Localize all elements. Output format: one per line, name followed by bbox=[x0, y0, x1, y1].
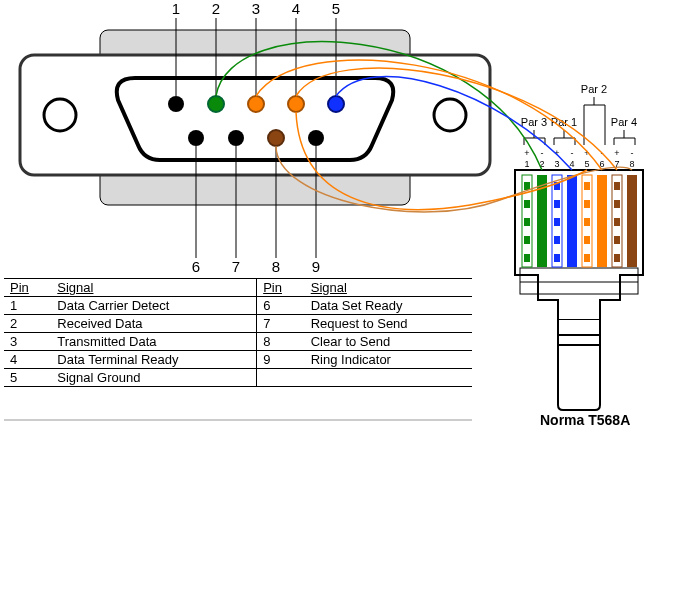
db9-signal-table: Pin Signal Pin Signal 1 Data Carrier Det… bbox=[4, 278, 472, 387]
db9-pin-2 bbox=[208, 96, 224, 112]
svg-rect-30 bbox=[567, 175, 577, 267]
db9-bot-label-7: 7 bbox=[232, 258, 240, 275]
db9-pin-3 bbox=[248, 96, 264, 112]
cell: Transmitted Data bbox=[51, 333, 256, 351]
cell bbox=[257, 369, 305, 387]
db9-pin-6 bbox=[188, 130, 204, 146]
table-row: 4 Data Terminal Ready 9 Ring Indicator bbox=[4, 351, 472, 369]
svg-text:+: + bbox=[524, 148, 529, 158]
cell bbox=[305, 369, 472, 387]
table-row: 1 Data Carrier Detect 6 Data Set Ready bbox=[4, 297, 472, 315]
cell: Signal Ground bbox=[51, 369, 256, 387]
svg-text:-: - bbox=[571, 148, 574, 158]
cell: Clear to Send bbox=[305, 333, 472, 351]
db9-pin-8 bbox=[268, 130, 284, 146]
cell: 3 bbox=[4, 333, 51, 351]
svg-rect-37 bbox=[597, 175, 607, 267]
cell: 7 bbox=[257, 315, 305, 333]
rj45-num-8: 8 bbox=[629, 159, 634, 169]
svg-text:-: - bbox=[631, 148, 634, 158]
db9-pin-1 bbox=[168, 96, 184, 112]
rj45-pair3-label: Par 3 bbox=[521, 116, 547, 128]
cell: Data Carrier Detect bbox=[51, 297, 256, 315]
db9-pin-7 bbox=[228, 130, 244, 146]
svg-text:-: - bbox=[541, 148, 544, 158]
rj45-connector bbox=[515, 170, 643, 410]
table-header-row: Pin Signal Pin Signal bbox=[4, 279, 472, 297]
rj45-standard-label: Norma T568A bbox=[540, 412, 630, 428]
cell: 6 bbox=[257, 297, 305, 315]
db9-top-label-4: 4 bbox=[292, 0, 300, 17]
table-row: 3 Transmitted Data 8 Clear to Send bbox=[4, 333, 472, 351]
svg-rect-44 bbox=[627, 175, 637, 267]
th-pin-b: Pin bbox=[257, 279, 305, 297]
diagram-root: { "db9": { "pin_labels_top": ["1","2","3… bbox=[0, 0, 677, 590]
rj45-polarity: +- +- +- +- bbox=[524, 148, 633, 158]
cell: 2 bbox=[4, 315, 51, 333]
cell: Ring Indicator bbox=[305, 351, 472, 369]
cell: Data Set Ready bbox=[305, 297, 472, 315]
db9-top-label-5: 5 bbox=[332, 0, 340, 17]
cell: 8 bbox=[257, 333, 305, 351]
db9-bot-label-9: 9 bbox=[312, 258, 320, 275]
rj45-pair2-label: Par 2 bbox=[581, 83, 607, 95]
cell: Request to Send bbox=[305, 315, 472, 333]
cell: 9 bbox=[257, 351, 305, 369]
th-signal-b: Signal bbox=[305, 279, 472, 297]
svg-text:+: + bbox=[614, 148, 619, 158]
rj45-pair4-label: Par 4 bbox=[611, 116, 637, 128]
cell: 5 bbox=[4, 369, 51, 387]
rj45-num-5: 5 bbox=[584, 159, 589, 169]
th-signal-a: Signal bbox=[51, 279, 256, 297]
db9-top-label-3: 3 bbox=[252, 0, 260, 17]
rj45-num-3: 3 bbox=[554, 159, 559, 169]
cell: Received Data bbox=[51, 315, 256, 333]
db9-bot-label-6: 6 bbox=[192, 258, 200, 275]
cell: 1 bbox=[4, 297, 51, 315]
cell: Data Terminal Ready bbox=[51, 351, 256, 369]
db9-bot-label-8: 8 bbox=[272, 258, 280, 275]
db9-connector bbox=[20, 30, 490, 205]
th-pin-a: Pin bbox=[4, 279, 51, 297]
table-row: 5 Signal Ground bbox=[4, 369, 472, 387]
db9-top-label-1: 1 bbox=[172, 0, 180, 17]
db9-pin-5 bbox=[328, 96, 344, 112]
table-row: 2 Received Data 7 Request to Send bbox=[4, 315, 472, 333]
db9-pin-4 bbox=[288, 96, 304, 112]
rj45-num-1: 1 bbox=[524, 159, 529, 169]
db9-pin-9 bbox=[308, 130, 324, 146]
db9-top-label-2: 2 bbox=[212, 0, 220, 17]
cell: 4 bbox=[4, 351, 51, 369]
